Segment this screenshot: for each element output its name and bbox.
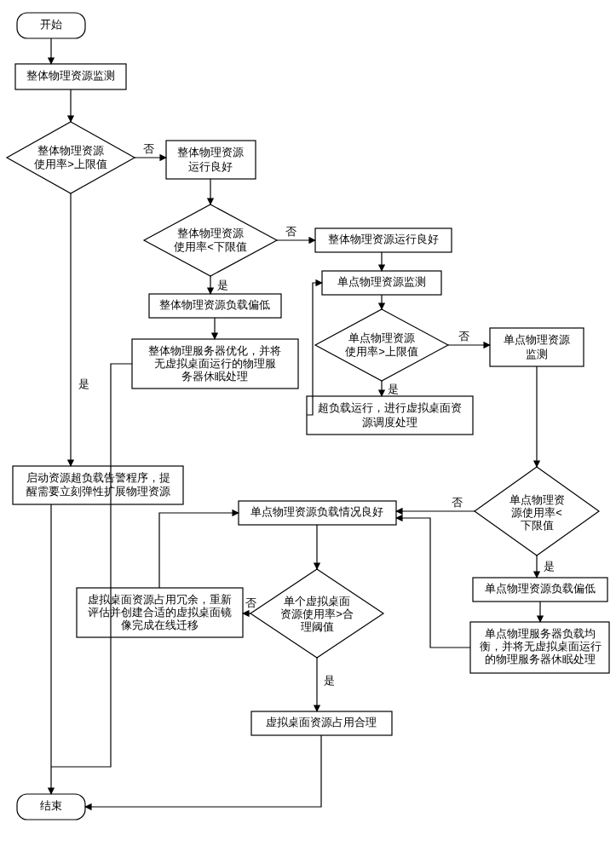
label-no-1: 否 [143,142,154,155]
label-no-3: 否 [458,330,469,343]
vm-redundant-l1: 虚拟桌面资源占用冗余，重新 [88,593,232,606]
single-monitor2-l1: 单点物理资源 [504,333,570,346]
dec-overall-lower-l2: 使用率<下限值 [174,240,247,253]
alarm-l2: 醒需要立刻弹性扩展物理资源 [26,485,170,498]
vm-reasonable-label: 虚拟桌面资源占用合理 [266,716,377,728]
dec-vm-reasonable-l2: 资源使用率>合 [280,607,354,620]
dec-vm-reasonable-l1: 单个虚拟桌面 [284,595,350,607]
single-balance-l1: 单点物理服务器负载均 [485,627,596,640]
dec-vm-reasonable-l3: 理阈值 [301,620,334,633]
flowchart: 开始 整体物理资源监测 整体物理资源 使用率>上限值 整体物理资源 运行良好 整… [0,0,616,852]
overall-low-label: 整体物理资源负载偏低 [159,298,270,311]
node-end-label: 结束 [40,799,62,812]
single-monitor2-l2: 监测 [526,348,548,360]
dec-single-lower-l1: 单点物理资 [509,493,565,506]
overall-optimize-l2: 无虚拟桌面运行的物理服 [154,357,276,370]
single-balance-l3: 的物理服务器休眠处理 [485,653,596,665]
label-no-5: 否 [245,596,256,609]
dec-overall-lower-l1: 整体物理资源 [177,227,244,239]
overall-optimize-l3: 务器休眠处理 [181,370,248,383]
label-yes-1: 是 [78,377,89,390]
dec-single-upper-l2: 使用率>上限值 [345,345,418,358]
label-yes-4: 是 [544,560,555,573]
overall-optimize-l1: 整体物理服务器优化，并将 [148,344,281,357]
overall-good1-l1: 整体物理资源 [177,146,244,158]
single-monitor1-label: 单点物理资源监测 [337,275,426,288]
single-good-label: 单点物理资源负载情况良好 [250,505,383,518]
dec-single-lower-l3: 下限值 [521,519,554,532]
label-yes-5: 是 [324,674,335,687]
label-yes-2: 是 [217,279,228,291]
dec-overall-upper-l2: 使用率>上限值 [34,158,107,170]
dec-single-upper-l1: 单点物理资源 [348,331,415,344]
dec-overall-upper-l1: 整体物理资源 [37,144,104,157]
vm-redundant-l2: 评估并创建合适的虚拟桌面镜 [88,606,232,619]
overload-sched-l1: 超负载运行，进行虚拟桌面资 [318,401,462,414]
dec-single-lower-l2: 源使用率< [511,506,562,519]
label-no-4: 否 [452,496,463,509]
single-low-label: 单点物理资源负载偏低 [485,582,596,595]
label-yes-3: 是 [388,383,399,395]
overall-good2-label: 整体物理资源运行良好 [328,233,439,245]
overload-sched-l2: 源调度处理 [362,416,417,429]
overall-good1-l2: 运行良好 [188,160,233,173]
node-start-label: 开始 [40,18,62,31]
single-balance-l2: 衡，并将无虚拟桌面运行 [480,640,602,653]
alarm-l1: 启动资源超负载告警程序，提 [26,471,170,484]
node-monitor-overall-label: 整体物理资源监测 [26,69,115,82]
label-no-2: 否 [285,225,296,238]
vm-redundant-l3: 像完成在线迁移 [121,619,199,631]
